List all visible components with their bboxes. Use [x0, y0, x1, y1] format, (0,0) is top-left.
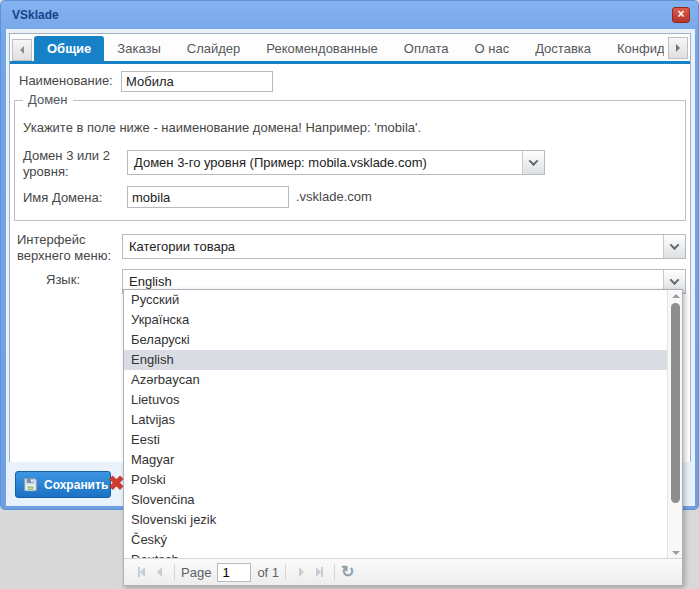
- tab-dostavka[interactable]: Доставка: [522, 36, 604, 61]
- list-item-estonian[interactable]: Eesti: [124, 430, 667, 450]
- window-titlebar[interactable]: VSklade ×: [1, 1, 698, 29]
- page-of-label: of 1: [257, 565, 279, 580]
- tab-scroll-right-button[interactable]: [668, 37, 688, 59]
- toolbar-separator: [334, 564, 335, 580]
- tab-scroll-left-button[interactable]: [12, 39, 32, 61]
- list-item-polish[interactable]: Polski: [124, 470, 667, 490]
- list-item-lithuanian[interactable]: Lietuvos: [124, 390, 667, 410]
- list-item-belarusian[interactable]: Беларускі: [124, 330, 667, 350]
- list-item-latvian[interactable]: Latvijas: [124, 410, 667, 430]
- arrow-left-icon: [20, 46, 24, 54]
- menu-interface-trigger-button[interactable]: [663, 235, 685, 258]
- paging-toolbar: Page of 1 ↻: [124, 558, 682, 585]
- save-button[interactable]: Сохранить: [15, 471, 111, 498]
- arrow-right-icon: [676, 44, 680, 52]
- tab-konfidencialnost[interactable]: Конфиденциальность: [604, 36, 664, 61]
- chevron-down-icon: [670, 240, 680, 250]
- window-close-button[interactable]: ×: [672, 7, 690, 23]
- save-button-label: Сохранить: [44, 478, 108, 492]
- menu-interface-combobox[interactable]: Категории товара: [122, 234, 686, 259]
- page-number-input[interactable]: [217, 563, 251, 582]
- domain-level-combobox[interactable]: Домен 3-го уровня (Пример: mobila.vsklad…: [127, 150, 545, 175]
- chevron-down-icon: [529, 156, 539, 166]
- tab-o-nas[interactable]: О нас: [462, 36, 523, 61]
- tab-rekomendovannye[interactable]: Рекомендованные: [253, 36, 390, 61]
- next-page-button[interactable]: [292, 563, 310, 581]
- tab-strip: Общие Заказы Слайдер Рекомендованные Опл…: [34, 36, 664, 61]
- next-page-icon: [299, 567, 304, 577]
- language-label: Язык:: [46, 272, 80, 288]
- list-scrollbar[interactable]: [667, 290, 682, 559]
- close-icon: ×: [677, 7, 684, 21]
- menu-interface-value: Категории товара: [123, 235, 663, 258]
- scrollbar-up-button[interactable]: [668, 290, 682, 302]
- save-floppy-icon: [23, 477, 38, 492]
- name-label: Наименование:: [19, 73, 113, 89]
- refresh-icon[interactable]: ↻: [341, 564, 354, 580]
- domain-name-input[interactable]: [127, 186, 289, 208]
- list-item-azerbaijani[interactable]: Azərbaycan: [124, 370, 667, 390]
- name-input[interactable]: [121, 71, 273, 92]
- toolbar-separator: [174, 564, 175, 580]
- tab-obshchie[interactable]: Общие: [34, 36, 104, 61]
- page-label: Page: [181, 565, 211, 580]
- last-page-button[interactable]: [310, 563, 328, 581]
- domain-fieldset-legend: Домен: [23, 92, 73, 107]
- tab-bar: Общие Заказы Слайдер Рекомендованные Опл…: [10, 34, 690, 61]
- tab-oplata[interactable]: Оплата: [391, 36, 462, 61]
- chevron-down-icon: [670, 275, 680, 285]
- list-item-czech[interactable]: Český: [124, 530, 667, 550]
- domain-hint-text: Укажите в поле ниже - наименование домен…: [23, 120, 421, 136]
- domain-level-label: Домен 3 или 2 уровня:: [23, 148, 123, 180]
- scrollbar-thumb[interactable]: [671, 303, 680, 503]
- tab-zakazy[interactable]: Заказы: [104, 36, 173, 61]
- menu-interface-label: Интерфейс верхнего меню:: [17, 232, 121, 264]
- list-item-ukrainian[interactable]: Українска: [124, 310, 667, 330]
- domain-level-value: Домен 3-го уровня (Пример: mobila.vsklad…: [128, 151, 522, 174]
- window-title: VSklade: [12, 8, 59, 22]
- toolbar-separator: [285, 564, 286, 580]
- domain-suffix-text: .vsklade.com: [296, 189, 372, 205]
- language-list: Русский Українска Беларускі English Azər…: [124, 290, 682, 559]
- prev-page-icon: [157, 567, 162, 577]
- list-item-russian[interactable]: Русский: [124, 290, 667, 310]
- first-page-icon: [140, 567, 145, 577]
- tab-slider[interactable]: Слайдер: [174, 36, 254, 61]
- arrow-up-icon: [672, 294, 680, 298]
- domain-name-label: Имя Домена:: [23, 190, 102, 206]
- last-page-icon: [321, 567, 323, 577]
- language-list-items: Русский Українска Беларускі English Azər…: [124, 290, 667, 559]
- domain-level-trigger-button[interactable]: [522, 151, 544, 174]
- list-item-slovak[interactable]: Slovenčina: [124, 490, 667, 510]
- arrow-down-icon: [672, 551, 680, 555]
- first-page-button[interactable]: [132, 563, 150, 581]
- desktop-background: VSklade × Общие Заказы Слайдер Рекомендо…: [0, 0, 699, 589]
- domain-fieldset: Домен Укажите в поле ниже - наименование…: [14, 100, 686, 221]
- list-item-slovenian[interactable]: Slovenski jezik: [124, 510, 667, 530]
- prev-page-button[interactable]: [150, 563, 168, 581]
- list-item-hungarian[interactable]: Magyar: [124, 450, 667, 470]
- language-dropdown-panel: Русский Українска Беларускі English Azər…: [123, 289, 683, 586]
- list-item-english[interactable]: English: [124, 350, 667, 370]
